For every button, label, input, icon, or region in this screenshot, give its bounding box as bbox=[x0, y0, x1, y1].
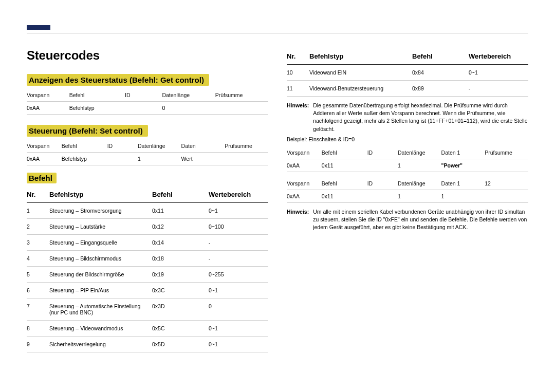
cell bbox=[485, 159, 528, 172]
cell: 0x5D bbox=[152, 337, 209, 352]
th: ID bbox=[367, 177, 398, 190]
section-get-control-heading: Anzeigen des Steuerstatus (Befehl: Get c… bbox=[27, 74, 209, 86]
th: Befehlstyp bbox=[309, 48, 412, 65]
page: Steuercodes Anzeigen des Steuerstatus (B… bbox=[0, 0, 555, 392]
cell: Steuerung – Stromversorgung bbox=[49, 203, 152, 219]
th: Vorspann bbox=[27, 89, 69, 102]
th: Befehl bbox=[412, 48, 469, 65]
th: Befehl bbox=[322, 177, 367, 190]
accent-bar bbox=[27, 25, 50, 30]
cell: 0xAA bbox=[287, 159, 322, 172]
th: Nr. bbox=[287, 48, 309, 65]
cell: 3 bbox=[27, 235, 49, 251]
cell: Steuerung – Eingangsquelle bbox=[49, 235, 152, 251]
cell: Befehlstyp bbox=[69, 102, 125, 115]
th: Befehl bbox=[62, 140, 107, 153]
befehl-table-left: Nr. Befehlstyp Befehl Wertebereich 1Steu… bbox=[27, 186, 268, 352]
th: Befehl bbox=[152, 186, 209, 203]
example-table-2: Vorspann Befehl ID Datenlänge Daten 1 12… bbox=[287, 177, 528, 203]
th: Befehl bbox=[322, 146, 367, 159]
table-row: 0xAA Befehlstyp 1 Wert bbox=[27, 153, 268, 165]
cell: Steuerung – Bildschirmmodus bbox=[49, 251, 152, 267]
note-text: Um alle mit einem seriellen Kabel verbun… bbox=[313, 208, 528, 232]
cell: Steuerung – Automatische Einstellung (nu… bbox=[49, 298, 152, 321]
cell: 0x14 bbox=[152, 235, 209, 251]
th: Daten bbox=[181, 140, 225, 153]
cell: Steuerung – Videowandmodus bbox=[49, 321, 152, 337]
th: Wertebereich bbox=[209, 186, 268, 203]
th: Prüfsumme bbox=[215, 89, 268, 102]
cell: Befehlstyp bbox=[62, 153, 107, 165]
th: Prüfsumme bbox=[225, 140, 268, 153]
th: Prüfsumme bbox=[485, 146, 528, 159]
right-column: Nr. Befehlstyp Befehl Wertebereich 10Vid… bbox=[287, 48, 528, 352]
table-row: 11Videowand-Benutzersteuerung0x89- bbox=[287, 81, 528, 97]
table-row: 0xAA 0x11 1 1 bbox=[287, 190, 528, 202]
cell: 0~100 bbox=[209, 219, 268, 235]
cell: 2 bbox=[27, 219, 49, 235]
note-text: Die gesammte Datenübertragung erfolgt he… bbox=[313, 102, 528, 133]
th: Wertebereich bbox=[469, 48, 528, 65]
th: Daten 1 bbox=[441, 177, 485, 190]
cell: 0 bbox=[209, 298, 268, 321]
cell: 0~1 bbox=[209, 337, 268, 352]
cell: 0 bbox=[162, 102, 215, 115]
example-table-1: Vorspann Befehl ID Datenlänge Daten 1 Pr… bbox=[287, 146, 528, 172]
befehl-table-right: Nr. Befehlstyp Befehl Wertebereich 10Vid… bbox=[287, 48, 528, 97]
cell: 0~255 bbox=[209, 267, 268, 283]
th: Datenlänge bbox=[398, 177, 441, 190]
example-label: Beispiel: Einschalten & ID=0 bbox=[287, 136, 528, 142]
cell: 6 bbox=[27, 283, 49, 298]
cell: 7 bbox=[27, 298, 49, 321]
table-row: 1Steuerung – Stromversorgung0x110~1 bbox=[27, 203, 268, 219]
cell: 11 bbox=[287, 81, 309, 97]
th: Daten 1 bbox=[441, 146, 485, 159]
cell: Steuerung – PIP Ein/Aus bbox=[49, 283, 152, 298]
th: ID bbox=[125, 89, 162, 102]
th: ID bbox=[107, 140, 138, 153]
cell: 10 bbox=[287, 65, 309, 81]
cell: 8 bbox=[27, 321, 49, 337]
cell bbox=[215, 102, 268, 115]
cell: 0x11 bbox=[152, 203, 209, 219]
left-column: Steuercodes Anzeigen des Steuerstatus (B… bbox=[27, 48, 268, 352]
cell: 0x18 bbox=[152, 251, 209, 267]
cell: 1 bbox=[27, 203, 49, 219]
cell: - bbox=[469, 81, 528, 97]
th: Vorspann bbox=[287, 146, 322, 159]
th: Vorspann bbox=[287, 177, 322, 190]
note-label: Hinweis: bbox=[287, 102, 309, 133]
table-row: 4Steuerung – Bildschirmmodus0x18- bbox=[27, 251, 268, 267]
table-row: 2Steuerung – Lautstärke0x120~100 bbox=[27, 219, 268, 235]
cell: 0xAA bbox=[287, 190, 322, 202]
content-columns: Steuercodes Anzeigen des Steuerstatus (B… bbox=[27, 48, 528, 352]
th: Befehlstyp bbox=[49, 186, 152, 203]
table-row: 6Steuerung – PIP Ein/Aus0x3C0~1 bbox=[27, 283, 268, 298]
cell: 0~1 bbox=[209, 321, 268, 337]
th: Datenlänge bbox=[398, 146, 441, 159]
cell: 1 bbox=[398, 190, 441, 202]
section-set-control-heading: Steuerung (Befehl: Set control) bbox=[27, 125, 148, 137]
cell: Sicherheitsverriegelung bbox=[49, 337, 152, 352]
cell: 0x19 bbox=[152, 267, 209, 283]
table-row: 9Sicherheitsverriegelung0x5D0~1 bbox=[27, 337, 268, 352]
cell: 0~1 bbox=[209, 203, 268, 219]
cell: 0x3C bbox=[152, 283, 209, 298]
cell: 4 bbox=[27, 251, 49, 267]
cell: 9 bbox=[27, 337, 49, 352]
cell bbox=[367, 190, 398, 202]
th: ID bbox=[367, 146, 398, 159]
table-row: 10Videowand EIN0x840~1 bbox=[287, 65, 528, 81]
cell: Steuerung der Bildschirmgröße bbox=[49, 267, 152, 283]
note-1: Hinweis: Die gesammte Datenübertragung e… bbox=[287, 102, 528, 133]
note-label: Hinweis: bbox=[287, 208, 309, 232]
table-row: 5Steuerung der Bildschirmgröße0x190~255 bbox=[27, 267, 268, 283]
cell bbox=[367, 159, 398, 172]
cell: 1 bbox=[441, 190, 485, 202]
th: Datenlänge bbox=[138, 140, 181, 153]
table-row: 0xAA 0x11 1 "Power" bbox=[287, 159, 528, 172]
cell: 0xAA bbox=[27, 153, 62, 165]
table-row: 8Steuerung – Videowandmodus0x5C0~1 bbox=[27, 321, 268, 337]
cell bbox=[485, 190, 528, 202]
th: Vorspann bbox=[27, 140, 62, 153]
